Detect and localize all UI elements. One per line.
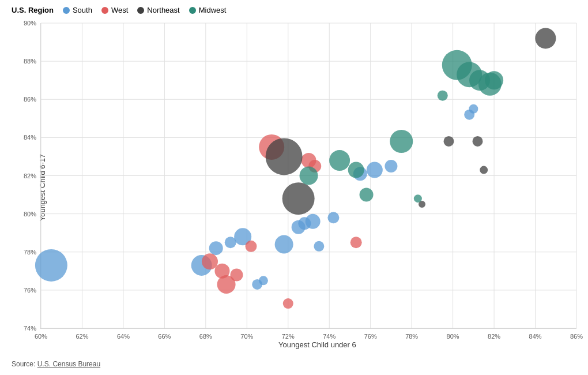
legend-title: U.S. Region [12, 6, 54, 14]
bubble-28[interactable] [266, 138, 303, 175]
bubble-41[interactable] [438, 91, 448, 101]
svg-text:78%: 78% [405, 333, 418, 340]
chart-svg: 74%76%78%80%82%84%86%88%90%60%62%64%66%6… [41, 23, 576, 328]
svg-text:78%: 78% [24, 249, 36, 256]
svg-text:66%: 66% [158, 333, 171, 340]
svg-text:72%: 72% [282, 333, 295, 340]
svg-text:90%: 90% [24, 20, 36, 27]
svg-text:74%: 74% [24, 325, 36, 332]
x-axis-title: Youngest Child under 6 [278, 340, 356, 349]
legend-label: West [111, 6, 128, 14]
legend-label: Northeast [147, 6, 179, 14]
svg-text:82%: 82% [488, 333, 500, 340]
bubble-12[interactable] [327, 212, 339, 223]
svg-text:62%: 62% [76, 333, 88, 340]
bubble-0[interactable] [35, 249, 67, 282]
svg-text:82%: 82% [24, 172, 36, 179]
legend-label: South [73, 6, 92, 14]
legend-label: Midwest [199, 6, 227, 14]
bubble-15[interactable] [385, 160, 397, 172]
bubble-22[interactable] [245, 241, 257, 252]
legend-item-west: West [101, 6, 128, 14]
chart-legend: U.S. Region SouthWestNortheastMidwest [12, 6, 226, 14]
bubble-7[interactable] [275, 235, 293, 254]
legend-item-midwest: Midwest [189, 6, 227, 14]
bubble-38[interactable] [360, 188, 374, 202]
bubble-31[interactable] [472, 136, 483, 147]
source-citation: Source: U.S. Census Bureau [12, 360, 100, 368]
bubble-11[interactable] [314, 241, 324, 252]
svg-text:76%: 76% [364, 333, 377, 340]
bubble-32[interactable] [480, 166, 488, 174]
legend-dot [101, 7, 108, 14]
legend-dot [63, 7, 70, 14]
bubble-17[interactable] [469, 104, 478, 114]
svg-text:80%: 80% [447, 333, 459, 340]
legend-item-south: South [63, 6, 92, 14]
chart-container: U.S. Region SouthWestNortheastMidwest Yo… [0, 0, 588, 375]
chart-area: 74%76%78%80%82%84%86%88%90%60%62%64%66%6… [40, 23, 576, 329]
bubble-2[interactable] [209, 241, 223, 255]
bubble-34[interactable] [535, 28, 556, 48]
svg-text:76%: 76% [24, 287, 36, 294]
bubble-24[interactable] [283, 298, 293, 309]
bubble-30[interactable] [443, 136, 454, 147]
svg-text:60%: 60% [35, 333, 47, 340]
bubble-27[interactable] [350, 237, 362, 248]
bubble-14[interactable] [367, 162, 383, 178]
svg-text:84%: 84% [24, 134, 36, 141]
svg-text:84%: 84% [529, 333, 542, 340]
legend-dot [189, 7, 196, 14]
bubble-10[interactable] [306, 214, 321, 229]
bubble-46[interactable] [485, 71, 503, 89]
svg-text:70%: 70% [240, 333, 253, 340]
bubble-40[interactable] [414, 194, 422, 202]
svg-text:68%: 68% [199, 333, 212, 340]
svg-text:80%: 80% [24, 211, 36, 217]
source-link[interactable]: U.S. Census Bureau [37, 360, 100, 368]
svg-text:86%: 86% [570, 333, 583, 340]
bubble-29[interactable] [282, 182, 315, 215]
bubble-35[interactable] [300, 167, 318, 185]
bubble-21[interactable] [230, 268, 243, 281]
svg-text:88%: 88% [24, 58, 36, 65]
bubble-39[interactable] [390, 130, 413, 153]
svg-text:74%: 74% [323, 333, 336, 340]
bubble-6[interactable] [259, 276, 268, 285]
legend-item-northeast: Northeast [137, 6, 179, 14]
svg-text:86%: 86% [24, 96, 36, 103]
bubble-37[interactable] [348, 162, 364, 178]
svg-text:64%: 64% [117, 333, 130, 340]
legend-dot [137, 7, 144, 14]
bubble-18[interactable] [202, 253, 218, 269]
bubble-36[interactable] [329, 150, 350, 171]
